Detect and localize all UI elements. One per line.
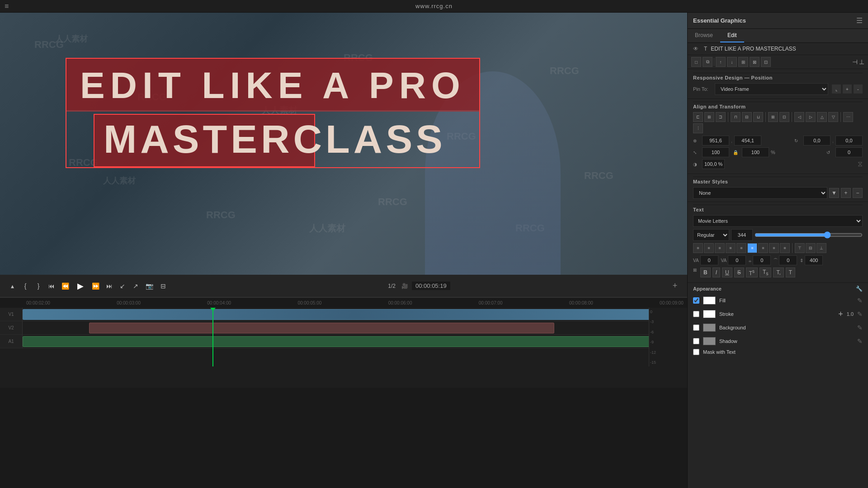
- align-center-icon[interactable]: ⊠: [750, 57, 760, 67]
- justify-last-button[interactable]: ≡: [736, 243, 746, 253]
- rotation-input[interactable]: [803, 136, 830, 145]
- visibility-icon[interactable]: 👁: [693, 46, 700, 52]
- go-to-out-button[interactable]: ⏭: [104, 281, 115, 291]
- scale-x-input[interactable]: [702, 147, 729, 157]
- align-v-top-button[interactable]: △: [817, 112, 827, 122]
- background-color-swatch[interactable]: [703, 324, 716, 332]
- vertical-top-button[interactable]: ⊤: [795, 243, 805, 253]
- video-preview[interactable]: RRCG RRCG RRCG RRCG RRCG RRCG RRCG RRCG …: [0, 13, 687, 275]
- strikethrough-button[interactable]: S: [734, 267, 744, 277]
- tab-edit[interactable]: Edit: [720, 29, 744, 42]
- tracking-input[interactable]: [700, 255, 718, 265]
- camera-button[interactable]: 📷: [143, 281, 156, 291]
- superscript-button[interactable]: Ts: [746, 267, 758, 277]
- add-track-button[interactable]: +: [670, 281, 680, 291]
- font-style-select[interactable]: Regular: [693, 229, 729, 241]
- align-left-icon[interactable]: ⊞: [738, 57, 748, 67]
- font-size-input[interactable]: [731, 229, 753, 241]
- bold-button[interactable]: B: [700, 267, 711, 277]
- align-v-bottom-button[interactable]: ▽: [828, 112, 838, 122]
- background-edit-button[interactable]: ✎: [857, 324, 863, 331]
- underline-button[interactable]: U: [722, 267, 732, 277]
- align-h-center-button[interactable]: ⊞: [704, 112, 714, 122]
- mark-in-button[interactable]: {: [20, 281, 31, 291]
- settings-button[interactable]: ⊟: [158, 281, 169, 291]
- stroke-add-button[interactable]: +: [838, 310, 843, 319]
- align-right-edge-button[interactable]: ⊐: [716, 112, 726, 122]
- mark-out-button[interactable]: }: [33, 281, 44, 291]
- play-button[interactable]: ▶: [74, 280, 87, 292]
- vertical-mid-button[interactable]: ⊟: [806, 243, 816, 253]
- shadow-checkbox[interactable]: [693, 338, 699, 344]
- background-checkbox[interactable]: [693, 324, 699, 331]
- smallcaps-button[interactable]: T: [786, 267, 795, 277]
- wrench-icon[interactable]: 🔧: [856, 286, 863, 292]
- align-outdent-button[interactable]: ≡: [769, 243, 779, 253]
- pin-horizontal-icon[interactable]: ⊣: [852, 58, 858, 66]
- distribute-equal-h-button[interactable]: ⋯: [843, 112, 853, 122]
- next-frame-button[interactable]: ⏩: [90, 281, 102, 291]
- align-top-edge-button[interactable]: ⊓: [731, 112, 741, 122]
- align-right-button[interactable]: ≡: [715, 243, 725, 253]
- line-height-input[interactable]: [805, 255, 823, 265]
- duplicate-button[interactable]: ⧉: [703, 57, 712, 67]
- subscript-button[interactable]: Ts: [760, 267, 771, 277]
- panel-menu-icon[interactable]: ☰: [856, 16, 863, 25]
- justify-button[interactable]: ≡: [726, 243, 736, 253]
- font-size-slider[interactable]: [755, 232, 863, 238]
- align-center-button[interactable]: ≡: [704, 243, 714, 253]
- insert-button[interactable]: ↙: [117, 281, 128, 291]
- stroke-edit-button[interactable]: ✎: [857, 310, 863, 318]
- go-to-in-button[interactable]: ⏮: [46, 281, 57, 291]
- align-bottom-edge-button[interactable]: ⊔: [753, 112, 763, 122]
- stroke-checkbox[interactable]: [693, 311, 699, 317]
- audio-clip-1[interactable]: [23, 336, 687, 347]
- overwrite-button[interactable]: ↗: [130, 281, 141, 291]
- new-layer-button[interactable]: □: [691, 57, 701, 67]
- align-baseline-button[interactable]: ≡: [780, 243, 790, 253]
- fill-edit-button[interactable]: ✎: [857, 297, 863, 304]
- master-styles-remove-button[interactable]: −: [853, 188, 863, 198]
- mask-with-text-checkbox[interactable]: [693, 349, 699, 355]
- prev-frame-button[interactable]: ⏪: [59, 281, 71, 291]
- distribute-equal-v-button[interactable]: ⋮: [693, 123, 703, 133]
- vertical-bot-button[interactable]: ⊥: [816, 243, 826, 253]
- move-down-button[interactable]: ↓: [727, 57, 737, 67]
- position-y-input[interactable]: [734, 136, 761, 145]
- timecode-display[interactable]: 00:00:05:19: [412, 282, 450, 290]
- tab-browse[interactable]: Browse: [688, 29, 720, 42]
- kerning-input[interactable]: [728, 255, 746, 265]
- pin-corner-button[interactable]: ⌞: [832, 84, 841, 94]
- align-h-right-button[interactable]: ▷: [806, 112, 816, 122]
- master-styles-select[interactable]: None: [693, 187, 827, 199]
- keyframe-button[interactable]: ⧖: [858, 160, 863, 168]
- shadow-color-swatch[interactable]: [703, 337, 716, 345]
- align-right-icon[interactable]: ⊡: [761, 57, 771, 67]
- pin-to-select[interactable]: Video Frame: [715, 83, 828, 95]
- title-graphic-container[interactable]: EDIT LIKE A PRO MASTERCLASS: [66, 58, 480, 168]
- align-v-center-button[interactable]: ⊟: [742, 112, 752, 122]
- position-x-input[interactable]: [702, 136, 729, 145]
- italic-button[interactable]: I: [712, 267, 720, 277]
- baseline-input[interactable]: [753, 255, 771, 265]
- stroke-color-swatch[interactable]: [703, 310, 716, 318]
- align-left-button[interactable]: ≡: [693, 243, 703, 253]
- pin-minus-button[interactable]: -: [854, 84, 863, 94]
- distribute-v-button[interactable]: ⊡: [779, 112, 789, 122]
- opacity-input[interactable]: [702, 159, 725, 169]
- menu-icon[interactable]: ≡: [5, 2, 9, 10]
- step-back-button[interactable]: ▴: [7, 281, 18, 291]
- move-up-button[interactable]: ↑: [716, 57, 726, 67]
- distribute-h-button[interactable]: ⊠: [768, 112, 778, 122]
- cap-height-input[interactable]: [779, 255, 797, 265]
- master-styles-add-button[interactable]: +: [841, 188, 851, 198]
- fill-checkbox[interactable]: [693, 297, 699, 304]
- master-styles-down-button[interactable]: ▼: [829, 188, 839, 198]
- align-left-edge-button[interactable]: ⊏: [693, 112, 703, 122]
- timeline-playhead[interactable]: [212, 308, 213, 366]
- justify-all-button[interactable]: ≡: [747, 243, 757, 253]
- align-indent-button[interactable]: ≡: [758, 243, 768, 253]
- fill-color-swatch[interactable]: [703, 296, 716, 305]
- pin-vertical-icon[interactable]: ⊥: [859, 58, 864, 66]
- shadow-edit-button[interactable]: ✎: [857, 338, 863, 345]
